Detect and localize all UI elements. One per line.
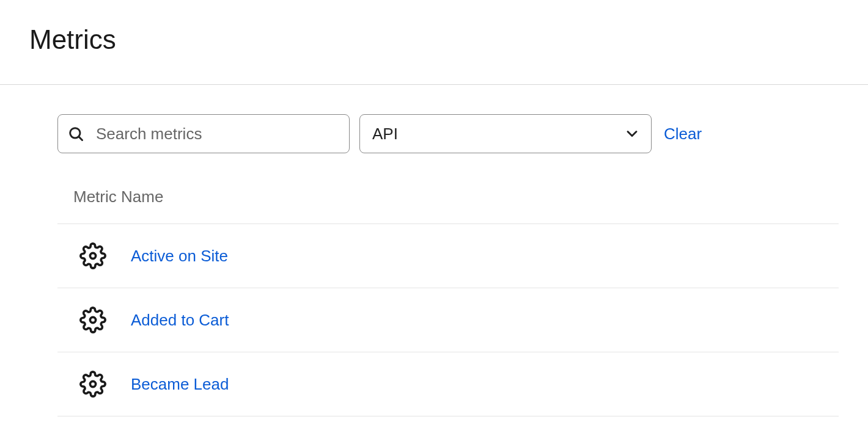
metric-link[interactable]: Added to Cart: [131, 311, 229, 330]
svg-line-1: [79, 137, 83, 140]
table-header: Metric Name: [57, 187, 839, 224]
clear-button[interactable]: Clear: [664, 125, 702, 144]
table-row: Active on Site: [57, 224, 839, 288]
metric-link[interactable]: Active on Site: [131, 247, 228, 266]
filter-bar: API Clear: [57, 114, 839, 153]
gear-icon: [79, 242, 106, 269]
svg-point-2: [90, 253, 95, 258]
svg-point-4: [90, 381, 95, 387]
column-header-name: Metric Name: [73, 187, 163, 206]
search-icon: [67, 125, 84, 142]
gear-icon: [79, 307, 106, 333]
table-row: Became Lead: [57, 352, 839, 416]
filter-select[interactable]: API: [359, 114, 652, 153]
table-row: Added to Cart: [57, 288, 839, 352]
page-header: Metrics: [0, 0, 868, 85]
metric-link[interactable]: Became Lead: [131, 375, 229, 394]
content-area: API Clear Metric Name Active on Site: [0, 85, 868, 416]
gear-icon: [79, 371, 106, 398]
search-input[interactable]: [57, 114, 350, 153]
search-wrapper: [57, 114, 350, 153]
svg-point-3: [90, 317, 95, 322]
filter-select-wrapper: API: [359, 114, 652, 153]
page-title: Metrics: [29, 24, 839, 55]
